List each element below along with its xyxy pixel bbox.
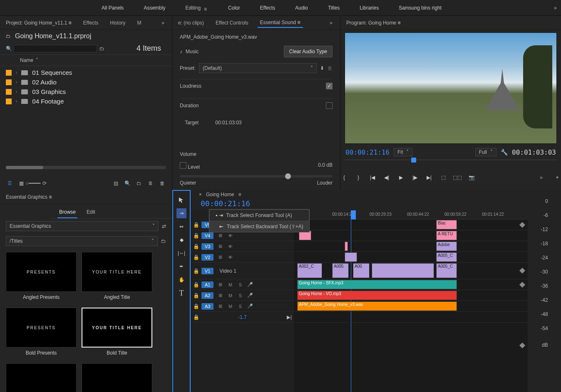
template-angled-presents[interactable]: PRESENTSAngled Presents (6, 252, 77, 303)
program-view[interactable] (345, 32, 557, 144)
new-bin-icon[interactable]: 🗀 (135, 180, 143, 187)
tab-effect-controls[interactable]: Effect Controls (213, 18, 251, 27)
library-select[interactable]: Essential Graphics˅ (6, 221, 159, 231)
ripple-edit-tool[interactable]: ⇔ (176, 222, 186, 232)
template-row[interactable] (6, 363, 77, 392)
go-to-end-icon[interactable]: ▶| (287, 314, 292, 320)
chevron-right-icon[interactable]: › (16, 89, 17, 94)
automate-icon[interactable]: ▤ (112, 180, 119, 187)
audio-clip-sfx[interactable]: Going Home - SFX.mp3 (297, 280, 457, 289)
timeline-timecode[interactable]: 00:00:21:16 (201, 199, 250, 208)
template-bold-title[interactable]: YOUR TITLE HEREBold Title (82, 308, 152, 358)
delete-preset-icon[interactable]: 🗑 (328, 65, 333, 71)
sync-lock-icon[interactable]: ⊞ (217, 303, 223, 309)
razor-tool[interactable]: ◆ (176, 235, 186, 245)
keyframe-icon[interactable] (519, 222, 525, 228)
filter-bin-icon[interactable]: 🗀 (99, 46, 104, 52)
step-forward-icon[interactable]: |▶ (411, 174, 419, 181)
clip[interactable]: Blac (436, 220, 457, 229)
keyframe-icon[interactable] (519, 268, 525, 274)
loudness-label[interactable]: Loudness (180, 83, 201, 89)
panel-menu-icon[interactable]: ≡ (238, 192, 241, 197)
sync-lock-icon[interactable]: ⊞ (217, 244, 223, 249)
workspace-all-panels[interactable]: All Panels (92, 0, 134, 15)
duration-label[interactable]: Duration (180, 103, 199, 108)
lock-icon[interactable]: 🔒 (193, 293, 198, 298)
hand-tool[interactable]: ✋ (176, 275, 186, 285)
zoom-select[interactable]: Fit˅ (394, 148, 412, 156)
new-folder-icon[interactable]: 🗀 (161, 238, 166, 244)
list-view-icon[interactable]: ☰ (6, 180, 13, 187)
toggle-output-icon[interactable]: 👁 (227, 255, 233, 260)
tab-effects[interactable]: Effects (81, 18, 101, 27)
play-icon[interactable]: ▶ (397, 174, 405, 181)
eg-browse-tab[interactable]: Browse (57, 207, 77, 218)
chevron-right-icon[interactable]: › (16, 99, 17, 104)
step-back-icon[interactable]: ◀| (383, 174, 390, 181)
export-frame-icon[interactable]: 📷 (468, 174, 475, 181)
level-checkbox[interactable] (180, 162, 186, 169)
track-header-a2[interactable]: 🔒A2⊞MS🎤 (191, 290, 294, 301)
bin-row-sequences[interactable]: ›01 Sequences (0, 68, 172, 77)
eg-edit-tab[interactable]: Edit (85, 207, 97, 218)
overflow-icon[interactable]: » (550, 5, 561, 11)
lock-icon[interactable]: 🔒 (193, 233, 198, 239)
clip[interactable]: A005_C (436, 263, 457, 278)
tab-essential-graphics[interactable]: Essential Graphics ≡ (3, 192, 54, 202)
chevron-right-icon[interactable]: › (16, 80, 17, 84)
track-select-backward-item[interactable]: ⇤ Track Select Backward Tool (⇧+A) (209, 221, 309, 232)
lock-icon[interactable]: 🔒 (193, 282, 198, 288)
tab-program[interactable]: Program: Going Home ≡ (344, 18, 403, 27)
solo-icon[interactable]: S (237, 293, 243, 298)
track-select-tool[interactable]: ⇥ (176, 208, 186, 218)
column-name-header[interactable]: Name˄ (0, 54, 172, 66)
workspace-titles[interactable]: Titles (318, 0, 350, 15)
clip[interactable]: A005 (332, 263, 349, 278)
mark-in-icon[interactable]: { (340, 174, 348, 181)
keyframe-icon[interactable] (519, 343, 525, 348)
clip[interactable] (345, 242, 348, 251)
sync-lock-icon[interactable]: ⊞ (217, 293, 223, 298)
clear-audio-type-button[interactable]: Clear Audio Type (284, 46, 333, 57)
tab-project[interactable]: Project: Going Home_v11.1 ≡ (3, 18, 74, 27)
voice-record-icon[interactable]: 🎤 (247, 303, 253, 309)
lock-icon[interactable]: 🔒 (193, 222, 198, 228)
keyframe-icon[interactable] (519, 282, 525, 288)
solo-icon[interactable]: S (237, 304, 243, 309)
tab-essential-sound[interactable]: Essential Sound ≡ (258, 18, 303, 28)
icon-view-icon[interactable]: ▦ (17, 180, 25, 187)
track-header-a3[interactable]: 🔒A3⊞MS🎤 (191, 301, 294, 312)
bin-row-audio[interactable]: ›02 Audio (0, 77, 172, 87)
workspace-effects[interactable]: Effects (250, 0, 285, 15)
playhead-icon[interactable] (411, 158, 416, 163)
sync-lock-icon[interactable]: ⊞ (217, 233, 223, 238)
mute-icon[interactable]: M (227, 304, 233, 309)
bin-row-footage[interactable]: ›04 Footage (0, 96, 172, 106)
panel-overflow-icon[interactable]: » (157, 20, 169, 26)
master-pan-value[interactable]: -1.7 (201, 314, 283, 320)
slider-knob[interactable] (285, 173, 291, 179)
preset-select[interactable]: (Default)˅ (199, 63, 317, 73)
button-editor-icon[interactable]: + (554, 174, 561, 181)
mark-out-icon[interactable]: } (355, 174, 362, 181)
lift-icon[interactable]: ⬚ (439, 174, 447, 181)
clip[interactable]: A002_C (297, 263, 322, 278)
clip[interactable] (372, 263, 434, 278)
clip[interactable]: A005_C (436, 252, 457, 262)
toggle-output-icon[interactable]: 👁 (227, 233, 233, 238)
mute-icon[interactable]: M (227, 282, 233, 287)
duration-checkbox[interactable] (326, 102, 333, 109)
new-item-icon[interactable]: 🗎 (147, 180, 154, 187)
menu-icon[interactable]: ≡ (204, 6, 208, 10)
track-header-v3[interactable]: 🔒V3⊞👁 (191, 241, 294, 252)
program-scrubber[interactable] (345, 160, 557, 170)
solo-icon[interactable]: S (237, 282, 243, 287)
clip[interactable]: A00 (353, 263, 370, 278)
tab-source[interactable]: e: (no clips) (176, 18, 206, 27)
workspace-audio[interactable]: Audio (285, 0, 318, 15)
lock-icon[interactable]: 🔒 (193, 244, 198, 249)
template-row[interactable] (82, 363, 152, 392)
lock-icon[interactable]: 🔒 (193, 268, 198, 274)
project-search-input[interactable] (14, 45, 97, 52)
find-icon[interactable]: 🔍 (124, 180, 131, 187)
